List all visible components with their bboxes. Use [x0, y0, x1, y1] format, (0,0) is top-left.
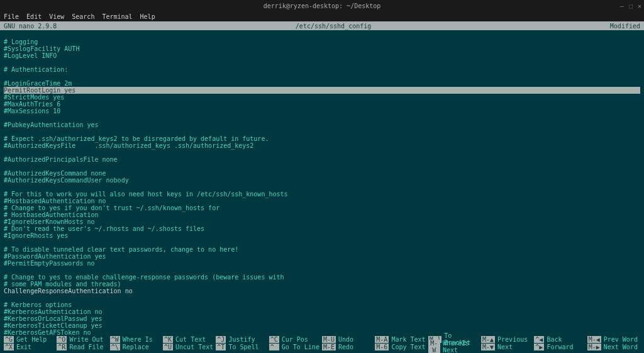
shortcut-label: Go To Line	[282, 344, 319, 350]
nano-shortcut: ^RRead File	[57, 343, 109, 350]
shortcut-label: Next Word	[604, 344, 638, 350]
editor-line: # some PAM modules and threads)	[4, 281, 640, 288]
shortcut-key: ^G	[4, 336, 14, 343]
editor-line	[4, 184, 640, 191]
shortcut-label: Write Out	[69, 336, 103, 343]
editor-line: # Expect .ssh/authorized_keys2 to be dis…	[4, 135, 640, 142]
nano-shortcut: ^◀Back	[534, 335, 587, 343]
nano-shortcut: ^GGet Help	[4, 335, 57, 343]
editor-line: #KerberosTicketCleanup yes	[4, 322, 640, 329]
shortcut-key: M-▲	[481, 336, 495, 343]
nano-filepath: /etc/ssh/sshd_config	[57, 23, 610, 30]
editor-line	[4, 239, 640, 246]
editor-line: #AuthorizedKeysFile .ssh/authorized_keys…	[4, 142, 640, 149]
menu-file[interactable]: File	[4, 13, 19, 20]
cursor-line: PermitRootLogin yes	[4, 87, 640, 94]
editor-area[interactable]: # Logging#SyslogFacility AUTH#LogLevel I…	[0, 30, 644, 335]
shortcut-key: M-▶	[587, 344, 601, 350]
shortcut-key: M-6	[375, 344, 389, 350]
editor-line: #IgnoreRhosts yes	[4, 232, 640, 239]
editor-line: #PubkeyAuthentication yes	[4, 121, 640, 128]
maximize-button[interactable]: ⬚	[629, 3, 633, 9]
nano-shortcut: M-WWhereIs Next	[428, 343, 481, 350]
editor-line: #AuthorizedKeysCommand none	[4, 170, 640, 177]
editor-line: #PasswordAuthentication yes	[4, 253, 640, 260]
editor-line	[4, 59, 640, 66]
shortcut-label: Where Is	[123, 336, 153, 343]
shortcut-label: To Spell	[228, 344, 258, 350]
editor-line	[4, 294, 640, 301]
editor-line: # Change to yes to enable challenge-resp…	[4, 274, 640, 281]
menubar: File Edit View Search Terminal Help	[0, 11, 644, 21]
nano-shortcut: M-ERedo	[322, 343, 375, 350]
editor-line: # To disable tunneled clear text passwor…	[4, 246, 640, 253]
menu-search[interactable]: Search	[72, 13, 94, 20]
nano-shortcut: ^\Replace	[110, 343, 163, 350]
shortcut-label: WhereIs Next	[443, 340, 481, 353]
nano-shortcut: ^TTo Spell	[216, 343, 269, 350]
editor-line: #KerberosAuthentication no	[4, 308, 640, 315]
nano-shortcut: M-▲Previous	[481, 335, 534, 343]
nano-shortcut: ^UUncut Text	[163, 343, 216, 350]
menu-help[interactable]: Help	[140, 13, 155, 20]
shortcut-label: Mark Text	[391, 336, 425, 343]
editor-line: #MaxSessions 10	[4, 108, 640, 115]
editor-line: # Change to yes if you don't trust ~/.ss…	[4, 205, 640, 211]
editor-line: # Don't read the user's ~/.rhosts and ~/…	[4, 225, 640, 232]
editor-line: # Logging	[4, 38, 640, 45]
nano-shortcut: M-UUndo	[322, 335, 375, 343]
nano-shortcut: ^JJustify	[216, 335, 269, 343]
window-title: derrik@ryzen-desktop: ~/Desktop	[264, 3, 381, 9]
editor-line: #KerberosGetAFSToken no	[4, 329, 640, 335]
shortcut-key: M-▼	[481, 344, 495, 350]
shortcut-label: Get Help	[16, 336, 47, 343]
nano-shortcut-bar: ^GGet Help^XExit^OWrite Out^RRead File^W…	[0, 335, 644, 353]
editor-line: #AuthorizedKeysCommandUser nobody	[4, 177, 640, 184]
menu-terminal[interactable]: Terminal	[102, 13, 132, 20]
editor-line: #KerberosOrLocalPasswd yes	[4, 315, 640, 322]
shortcut-label: Replace	[123, 344, 149, 350]
nano-shortcut: ^_Go To Line	[269, 343, 322, 350]
window-titlebar: derrik@ryzen-desktop: ~/Desktop — ⬚ ✕	[0, 0, 644, 11]
nano-shortcut: ^XExit	[4, 343, 57, 350]
shortcut-label: Forward	[547, 344, 573, 350]
nano-shortcut: ^CCur Pos	[269, 335, 322, 343]
nano-shortcut: M-▼Next	[481, 343, 534, 350]
editor-line: #LogLevel INFO	[4, 52, 640, 59]
shortcut-key: ^X	[4, 344, 14, 350]
shortcut-key: M-◀	[587, 336, 601, 343]
editor-line: #IgnoreUserKnownHosts no	[4, 218, 640, 225]
editor-line: #StrictModes yes	[4, 94, 640, 101]
shortcut-label: Next	[497, 344, 513, 350]
shortcut-key: ^R	[57, 344, 67, 350]
close-button[interactable]: ✕	[638, 3, 641, 9]
editor-line: #MaxAuthTries 6	[4, 101, 640, 108]
nano-shortcut: M-◀Prev Word	[587, 335, 640, 343]
editor-line	[4, 73, 640, 80]
minimize-button[interactable]: —	[620, 3, 624, 9]
shortcut-label: Previous	[497, 336, 528, 343]
editor-line: #AuthorizedPrincipalsFile none	[4, 156, 640, 163]
nano-shortcut: M-AMark Text	[375, 335, 428, 343]
nano-shortcut: M-▶Next Word	[587, 343, 640, 350]
nano-header-bar: GNU nano 2.9.8 /etc/ssh/sshd_config Modi…	[0, 21, 644, 30]
nano-shortcut: ^KCut Text	[163, 335, 216, 343]
editor-line	[4, 31, 640, 38]
shortcut-key: M-E	[322, 344, 336, 350]
editor-line	[4, 163, 640, 170]
shortcut-label: Uncut Text	[175, 344, 213, 350]
editor-line: #PermitEmptyPasswords no	[4, 260, 640, 267]
editor-line	[4, 128, 640, 135]
nano-modified-status: Modified	[610, 23, 640, 30]
shortcut-key: ^_	[269, 344, 279, 350]
shortcut-label: Undo	[338, 336, 353, 343]
window-controls: — ⬚ ✕	[620, 3, 641, 9]
menu-edit[interactable]: Edit	[26, 13, 42, 20]
shortcut-label: Redo	[338, 344, 353, 350]
menu-view[interactable]: View	[49, 13, 64, 20]
nano-shortcut: ^OWrite Out	[57, 335, 109, 343]
shortcut-key: M-A	[375, 336, 389, 343]
editor-line: PermitRootLogin yes	[4, 87, 640, 94]
shortcut-key: ^◀	[534, 336, 544, 343]
nano-version: GNU nano 2.9.8	[4, 23, 57, 30]
